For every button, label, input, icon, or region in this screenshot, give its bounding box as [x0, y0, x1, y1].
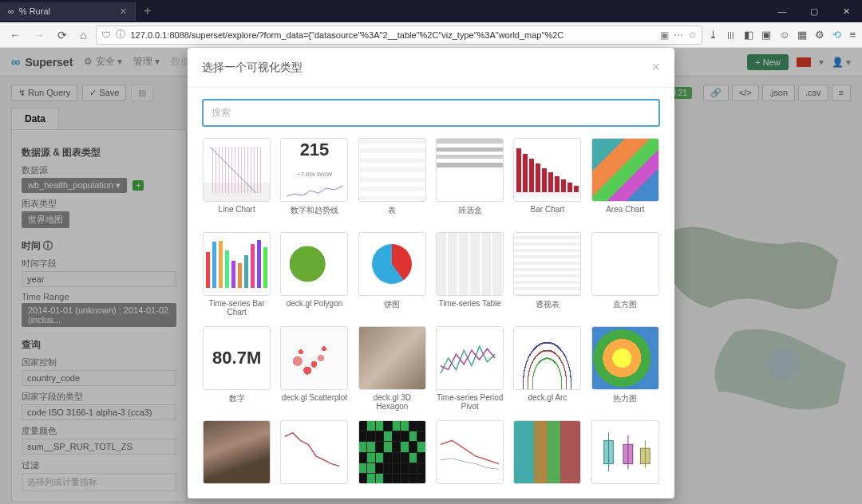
viz-type-modal: 选择一个可视化类型 × 搜索 Line Chart215+7.0% WoW数字和…	[188, 48, 674, 498]
clear-url-icon[interactable]: ▣	[660, 30, 669, 41]
maximize-button[interactable]: ▢	[798, 0, 830, 22]
star-icon[interactable]: ☆	[688, 30, 697, 41]
home-button[interactable]: ⌂	[77, 27, 89, 43]
viz-option-23[interactable]	[591, 420, 660, 498]
modal-title: 选择一个可视化类型	[202, 61, 302, 75]
reload-button[interactable]: ⟳	[54, 27, 70, 43]
viz-option-15[interactable]: Time-series Period Pivot	[435, 326, 504, 412]
new-tab-button[interactable]: +	[136, 4, 159, 18]
account-icon[interactable]: ☺	[779, 29, 789, 41]
viz-option-17[interactable]: 热力图	[591, 326, 660, 412]
viz-option-7[interactable]: deck.gl Polygon	[279, 232, 349, 318]
viz-option-3[interactable]: 筛选盒	[435, 138, 504, 224]
viz-option-14[interactable]: deck.gl 3D Hexagon	[358, 326, 427, 412]
download-icon[interactable]: ⤓	[709, 29, 718, 41]
viz-option-9[interactable]: Time-series Table	[435, 232, 504, 318]
viz-option-16[interactable]: deck.gl Arc	[512, 326, 582, 412]
forward-button[interactable]: →	[30, 27, 48, 43]
close-tab-icon[interactable]: ✕	[120, 6, 127, 17]
viz-option-11[interactable]: 直方图	[591, 232, 660, 318]
sidebar-icon[interactable]: ◧	[744, 29, 753, 41]
search-input[interactable]: 搜索	[202, 99, 660, 127]
viz-option-2[interactable]: 表	[358, 138, 427, 224]
viz-option-19[interactable]	[279, 420, 349, 498]
tab-title: % Rural	[19, 6, 50, 16]
minimize-button[interactable]: —	[766, 0, 798, 22]
sync-icon[interactable]: ⟲	[832, 29, 841, 41]
viz-option-18[interactable]	[202, 420, 271, 498]
extension1-icon[interactable]: ▦	[797, 29, 807, 41]
viz-option-10[interactable]: 透视表	[512, 232, 582, 318]
viz-option-21[interactable]	[435, 420, 504, 498]
infinity-icon: ∞	[8, 6, 14, 16]
shield-icon: 🛡	[101, 30, 111, 41]
viz-option-0[interactable]: Line Chart	[202, 138, 271, 224]
url-bar[interactable]: 🛡 ⓘ 127.0.0.1:8088/superset/explore/?for…	[96, 26, 702, 45]
screenshot-icon[interactable]: ▣	[761, 29, 771, 41]
info-icon: ⓘ	[116, 28, 125, 41]
viz-option-5[interactable]: Area Chart	[591, 138, 660, 224]
browser-tab[interactable]: ∞ % Rural ✕	[0, 2, 136, 21]
viz-option-1[interactable]: 215+7.0% WoW数字和趋势线	[279, 138, 349, 224]
viz-option-20[interactable]	[358, 420, 427, 498]
viz-option-6[interactable]: Time-series Bar Chart	[202, 232, 271, 318]
viz-option-8[interactable]: 饼图	[358, 232, 427, 318]
viz-option-13[interactable]: deck.gl Scatterplot	[279, 326, 349, 412]
viz-option-4[interactable]: Bar Chart	[512, 138, 582, 224]
library-icon[interactable]: ⫼	[726, 29, 736, 41]
url-text: 127.0.0.1:8088/superset/explore/?form_da…	[130, 30, 655, 40]
menu-icon[interactable]: ≡	[849, 29, 856, 41]
close-modal-icon[interactable]: ×	[651, 59, 660, 76]
viz-option-22[interactable]	[512, 420, 582, 498]
back-button[interactable]: ←	[6, 27, 24, 43]
extension2-icon[interactable]: ⚙	[815, 29, 824, 41]
viz-option-12[interactable]: 80.7M数字	[202, 326, 271, 412]
close-window-button[interactable]: ✕	[830, 0, 862, 22]
more-icon[interactable]: ⋯	[674, 30, 683, 41]
